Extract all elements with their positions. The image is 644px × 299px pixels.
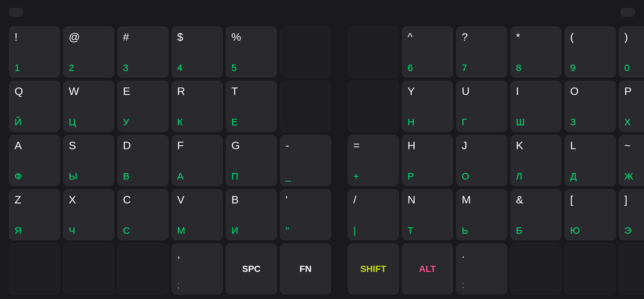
key[interactable]: ZЯ [9, 189, 60, 240]
key[interactable]: %5 [226, 26, 277, 77]
key[interactable]: #3 [117, 26, 168, 77]
key-primary: @ [69, 31, 109, 42]
key-row: ^6?7*8(9)0 [348, 26, 644, 77]
key-secondary: К [177, 117, 217, 127]
key[interactable]: AФ [9, 135, 60, 186]
key[interactable]: IШ [510, 81, 561, 132]
key[interactable] [280, 26, 331, 77]
repo-box [621, 8, 635, 17]
key[interactable]: JО [456, 135, 507, 186]
key[interactable] [9, 243, 60, 294]
key[interactable]: (9 [565, 26, 616, 77]
key[interactable]: ~Ж [619, 135, 644, 186]
key[interactable]: ?7 [456, 26, 507, 77]
key-primary: H [408, 140, 448, 151]
key[interactable]: UГ [456, 81, 507, 132]
key-secondary: Л [516, 171, 556, 181]
key-secondary: Т [408, 226, 448, 235]
key-secondary: И [231, 226, 271, 235]
key[interactable]: ]Э [619, 189, 644, 240]
key[interactable]: FN [280, 243, 331, 294]
key[interactable]: SPC [226, 243, 277, 294]
key[interactable]: YН [402, 81, 453, 132]
key-secondary: Х [624, 117, 644, 127]
key[interactable]: EУ [117, 81, 168, 132]
key[interactable]: HР [402, 135, 453, 186]
key-primary: B [231, 194, 271, 205]
key-secondary: У [123, 117, 163, 127]
key[interactable]: BИ [226, 189, 277, 240]
key[interactable]: VМ [172, 189, 223, 240]
key[interactable] [510, 243, 561, 294]
key[interactable]: @2 [63, 26, 114, 77]
key-primary: V [177, 194, 217, 205]
key[interactable]: ALT [402, 243, 453, 294]
key-primary: ] [624, 194, 644, 205]
key[interactable]: CС [117, 189, 168, 240]
key-secondary: Д [570, 171, 610, 181]
key-primary: ! [15, 31, 55, 42]
key[interactable]: .: [456, 243, 507, 294]
key[interactable] [280, 81, 331, 132]
right-half: ^6?7*8(9)0YНUГIШOЗPХ=+HРJОKЛLД~Ж/|NТMЬ&Б… [348, 26, 644, 294]
key[interactable]: '" [280, 189, 331, 240]
key[interactable]: SHIFT [348, 243, 399, 294]
key-secondary: З [570, 117, 610, 127]
key[interactable]: &Б [510, 189, 561, 240]
key[interactable]: RК [172, 81, 223, 132]
key[interactable] [348, 81, 399, 132]
key-secondary: Ф [15, 171, 55, 181]
key-secondary: Н [408, 117, 448, 127]
key[interactable]: SЫ [63, 135, 114, 186]
header [9, 8, 635, 17]
key[interactable]: !1 [9, 26, 60, 77]
key-secondary: О [462, 171, 502, 181]
key[interactable]: PХ [619, 81, 644, 132]
key[interactable]: WЦ [63, 81, 114, 132]
key-secondary: Й [15, 117, 55, 127]
key[interactable] [619, 243, 644, 294]
key[interactable]: DВ [117, 135, 168, 186]
key-secondary: ; [177, 280, 217, 290]
key[interactable]: MЬ [456, 189, 507, 240]
key[interactable]: GП [226, 135, 277, 186]
key[interactable]: [Ю [565, 189, 616, 240]
key[interactable] [348, 26, 399, 77]
left-half: !1@2#3$4%5QЙWЦEУRКTЕAФSЫDВFАGП-_ZЯXЧCСVМ… [9, 26, 331, 294]
key[interactable]: NТ [402, 189, 453, 240]
key-primary: M [462, 194, 502, 205]
key-secondary: Е [231, 117, 271, 127]
key[interactable]: TЕ [226, 81, 277, 132]
key-primary: ( [570, 31, 610, 42]
key-secondary: 1 [15, 63, 55, 73]
key[interactable]: FА [172, 135, 223, 186]
key[interactable]: =+ [348, 135, 399, 186]
key[interactable]: ^6 [402, 26, 453, 77]
key[interactable]: -_ [280, 135, 331, 186]
key[interactable] [117, 243, 168, 294]
key[interactable]: KЛ [510, 135, 561, 186]
key-secondary: С [123, 226, 163, 235]
key[interactable]: QЙ [9, 81, 60, 132]
key[interactable]: ,; [172, 243, 223, 294]
key-primary: C [123, 194, 163, 205]
key[interactable] [63, 243, 114, 294]
key[interactable] [565, 243, 616, 294]
key-secondary: Ю [570, 226, 610, 235]
key[interactable]: OЗ [565, 81, 616, 132]
key-secondary: 5 [231, 63, 271, 73]
key[interactable]: )0 [619, 26, 644, 77]
key[interactable]: LД [565, 135, 616, 186]
key[interactable]: *8 [510, 26, 561, 77]
key[interactable]: $4 [172, 26, 223, 77]
key[interactable]: /| [348, 189, 399, 240]
key-secondary: Г [462, 117, 502, 127]
key-primary: J [462, 140, 502, 151]
key-secondary: : [462, 280, 502, 290]
key-secondary: | [353, 226, 393, 235]
key-primary: A [15, 140, 55, 151]
key-secondary: Б [516, 226, 556, 235]
key-primary: & [516, 194, 556, 205]
key[interactable]: XЧ [63, 189, 114, 240]
key-primary: ? [462, 31, 502, 42]
